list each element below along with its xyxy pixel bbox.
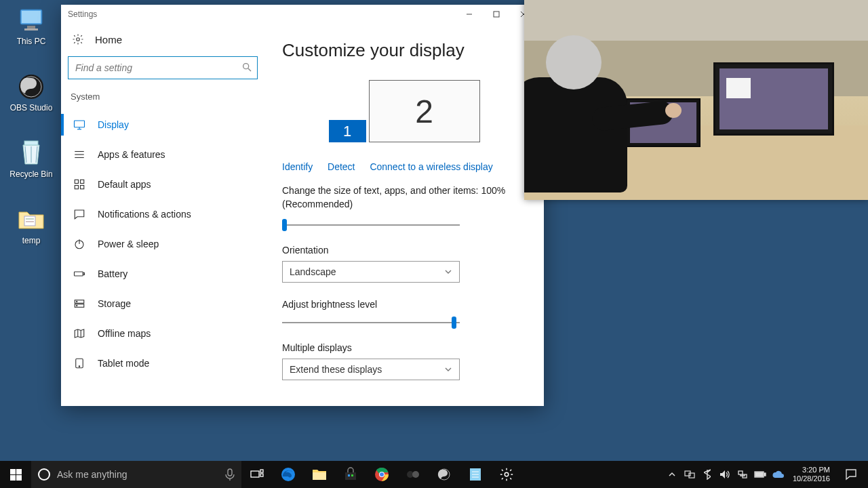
desktop-icon-label: This PC xyxy=(4,37,58,46)
nav-tablet-mode[interactable]: Tablet mode xyxy=(68,348,258,378)
nav-default-apps[interactable]: Default apps xyxy=(68,169,258,199)
settings-sidebar: Home System Display Apps & features Defa… xyxy=(61,24,264,406)
tray-display-switch[interactable] xyxy=(682,461,698,488)
link-detect[interactable]: Detect xyxy=(328,161,355,172)
search-icon xyxy=(241,62,252,73)
svg-rect-11 xyxy=(494,12,499,17)
minimize-button[interactable] xyxy=(456,5,483,24)
tray-volume-icon[interactable] xyxy=(717,461,733,488)
nav-label: Storage xyxy=(98,298,131,309)
taskbar-notepad[interactable] xyxy=(460,461,491,488)
webcam-overlay xyxy=(524,0,868,200)
clock-date: 10/28/2016 xyxy=(793,474,830,483)
monitor-1[interactable]: 1 xyxy=(329,120,366,142)
brightness-slider[interactable] xyxy=(282,315,460,330)
tray-battery-icon[interactable] xyxy=(752,461,768,488)
cortana-placeholder: Ask me anything xyxy=(57,469,127,480)
taskbar-store[interactable] xyxy=(335,461,366,488)
nav-apps[interactable]: Apps & features xyxy=(68,140,258,169)
storage-icon xyxy=(73,298,85,310)
taskbar-chrome[interactable] xyxy=(366,461,397,488)
svg-rect-45 xyxy=(260,470,263,472)
cortana-search[interactable]: Ask me anything xyxy=(31,461,241,488)
person xyxy=(524,33,650,195)
svg-rect-3 xyxy=(24,28,38,30)
multiple-displays-dropdown[interactable]: Extend these displays xyxy=(282,359,460,380)
scale-slider[interactable] xyxy=(282,218,460,232)
slider-thumb[interactable] xyxy=(452,317,456,329)
nav-battery[interactable]: Battery xyxy=(68,259,258,289)
nav-label: Battery xyxy=(98,268,127,279)
orientation-dropdown[interactable]: Landscape xyxy=(282,261,460,283)
nav-label: Offline maps xyxy=(98,328,151,339)
nav-notifications[interactable]: Notifications & actions xyxy=(68,199,258,229)
svg-point-62 xyxy=(505,472,509,476)
action-center-button[interactable] xyxy=(837,461,865,488)
nav-storage[interactable]: Storage xyxy=(68,289,258,319)
home-label: Home xyxy=(95,34,122,45)
monitor-2[interactable]: 2 xyxy=(369,80,480,142)
window-title: Settings xyxy=(68,9,97,19)
tray-network-icon[interactable] xyxy=(734,461,751,488)
section-label: System xyxy=(71,92,258,102)
link-wireless-display[interactable]: Connect to a wireless display xyxy=(370,161,492,172)
settings-search[interactable] xyxy=(68,56,258,79)
nav-offline-maps[interactable]: Offline maps xyxy=(68,319,258,348)
pc-icon xyxy=(18,7,45,34)
cortana-icon xyxy=(38,468,50,481)
nav-display[interactable]: Display xyxy=(68,110,258,140)
search-input[interactable] xyxy=(68,56,258,79)
svg-rect-50 xyxy=(351,474,353,476)
desktop-icon-recycle-bin[interactable]: Recycle Bin xyxy=(4,140,58,179)
desktop-icon-obs[interactable]: OBS Studio xyxy=(4,73,58,113)
defaults-icon xyxy=(73,178,85,190)
svg-rect-69 xyxy=(755,472,763,476)
titlebar[interactable]: Settings xyxy=(61,5,544,24)
taskbar-clock[interactable]: 3:20 PM 10/28/2016 xyxy=(787,466,835,483)
desktop-icon-label: Recycle Bin xyxy=(4,169,58,179)
desktop-icon-this-pc[interactable]: This PC xyxy=(4,7,58,46)
settings-window: Settings Home System Display Apps & feat… xyxy=(61,5,544,406)
brightness-label: Adjust brightness level xyxy=(282,299,526,310)
slider-thumb[interactable] xyxy=(282,219,287,231)
svg-rect-26 xyxy=(81,186,84,189)
taskbar-app-generic[interactable] xyxy=(397,461,429,488)
maps-icon xyxy=(73,327,85,340)
dropdown-value: Extend these displays xyxy=(290,364,382,375)
desktop-icon-label: OBS Studio xyxy=(4,103,58,113)
tray-overflow[interactable] xyxy=(664,461,680,488)
display-arrangement[interactable]: 1 2 xyxy=(282,80,526,142)
taskbar-edge[interactable] xyxy=(273,461,304,488)
orientation-label: Orientation xyxy=(282,245,526,256)
nav-power[interactable]: Power & sleep xyxy=(68,229,258,259)
desktop-icon-label: temp xyxy=(4,236,58,245)
system-tray: 3:20 PM 10/28/2016 xyxy=(664,461,868,488)
settings-content: Customize your display 1 2 Identify Dete… xyxy=(264,24,544,406)
task-view-button[interactable] xyxy=(241,461,273,488)
home-button[interactable]: Home xyxy=(68,29,258,56)
svg-rect-40 xyxy=(16,469,22,474)
external-monitor xyxy=(713,62,834,136)
svg-point-38 xyxy=(79,366,80,367)
svg-rect-6 xyxy=(24,141,38,145)
svg-rect-65 xyxy=(738,471,743,474)
desktop-icon-temp[interactable]: temp xyxy=(4,206,58,245)
svg-rect-44 xyxy=(251,471,259,477)
notify-icon xyxy=(73,208,85,220)
maximize-button[interactable] xyxy=(483,5,510,24)
tray-bluetooth-icon[interactable] xyxy=(699,461,715,488)
tray-onedrive-icon[interactable] xyxy=(770,461,786,488)
svg-rect-43 xyxy=(228,469,232,476)
svg-rect-39 xyxy=(10,469,16,474)
svg-rect-7 xyxy=(24,216,35,226)
obs-icon xyxy=(18,73,45,100)
svg-rect-42 xyxy=(16,475,22,481)
taskbar-settings[interactable] xyxy=(491,461,522,488)
taskbar-file-explorer[interactable] xyxy=(304,461,335,488)
chevron-down-icon xyxy=(444,365,452,373)
link-identify[interactable]: Identify xyxy=(282,161,313,172)
taskbar-obs[interactable] xyxy=(429,461,460,488)
svg-rect-1 xyxy=(22,11,41,23)
start-button[interactable] xyxy=(0,461,31,488)
scale-label: Change the size of text, apps, and other… xyxy=(282,184,526,211)
